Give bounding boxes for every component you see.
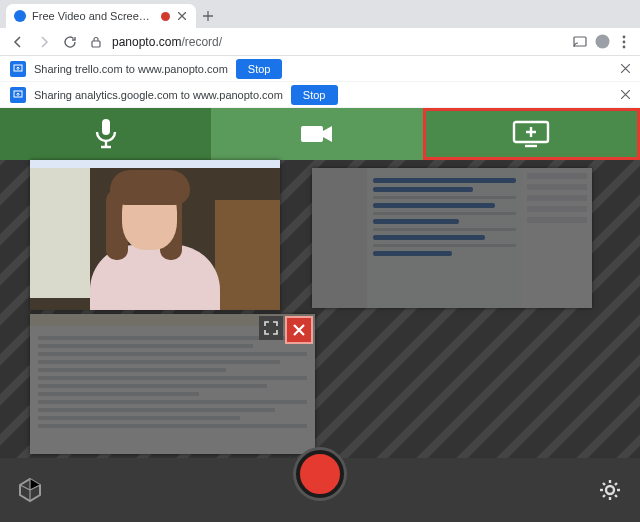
settings-button[interactable]: [596, 476, 624, 504]
recording-indicator-icon: [161, 12, 170, 21]
close-infobar-icon[interactable]: [621, 89, 630, 101]
profile-avatar[interactable]: [594, 34, 610, 50]
svg-point-3: [623, 35, 626, 38]
recorder-app: [0, 108, 640, 522]
gear-icon: [597, 477, 623, 503]
expand-preview-button[interactable]: [259, 316, 283, 340]
browser-tab[interactable]: Free Video and Screen Reco: [6, 4, 196, 28]
svg-rect-0: [92, 41, 100, 47]
close-tab-icon[interactable]: [176, 10, 188, 22]
tab-favicon: [14, 10, 26, 22]
url-path: /record/: [181, 35, 222, 49]
tab-title: Free Video and Screen Reco: [32, 10, 155, 22]
svg-rect-8: [102, 119, 110, 135]
panopto-logo[interactable]: [16, 476, 44, 504]
remove-preview-button[interactable]: [285, 316, 313, 344]
webcam-preview[interactable]: [30, 160, 280, 310]
cast-icon[interactable]: [572, 34, 588, 50]
new-tab-button[interactable]: [196, 4, 220, 28]
share-infobar: Sharing trello.com to www.panopto.com St…: [0, 56, 640, 82]
browser-menu-icon[interactable]: [616, 34, 632, 50]
svg-point-11: [606, 486, 614, 494]
hexagon-logo-icon: [17, 477, 43, 503]
screen-source-button[interactable]: [423, 108, 640, 160]
preview-area: [0, 160, 640, 462]
source-ribbon: [0, 108, 640, 160]
reload-button[interactable]: [60, 32, 80, 52]
browser-toolbar: panopto.com/record/: [0, 28, 640, 56]
svg-point-4: [623, 40, 626, 43]
close-icon: [292, 323, 306, 337]
audio-source-button[interactable]: [0, 108, 211, 160]
back-button[interactable]: [8, 32, 28, 52]
screen-preview[interactable]: [30, 314, 315, 454]
screen-preview[interactable]: [312, 168, 592, 308]
address-bar[interactable]: panopto.com/record/: [112, 35, 566, 49]
share-infobar-text: Sharing trello.com to www.panopto.com: [34, 63, 228, 75]
stop-sharing-button[interactable]: Stop: [291, 85, 338, 105]
svg-point-5: [623, 45, 626, 48]
forward-button: [34, 32, 54, 52]
url-host: panopto.com: [112, 35, 181, 49]
share-infobar: Sharing analytics.google.com to www.pano…: [0, 82, 640, 108]
close-infobar-icon[interactable]: [621, 63, 630, 75]
svg-point-2: [595, 35, 609, 49]
monitor-plus-icon: [511, 119, 551, 149]
share-screen-icon: [10, 61, 26, 77]
secure-site-icon[interactable]: [86, 32, 106, 52]
share-infobar-text: Sharing analytics.google.com to www.pano…: [34, 89, 283, 101]
svg-rect-1: [574, 37, 586, 46]
record-button[interactable]: [296, 450, 344, 498]
microphone-icon: [91, 117, 121, 151]
share-screen-icon: [10, 87, 26, 103]
video-source-button[interactable]: [211, 108, 422, 160]
browser-tab-strip: Free Video and Screen Reco: [0, 0, 640, 28]
expand-icon: [264, 321, 278, 335]
svg-rect-9: [301, 126, 323, 142]
camera-icon: [299, 122, 335, 146]
stop-sharing-button[interactable]: Stop: [236, 59, 283, 79]
